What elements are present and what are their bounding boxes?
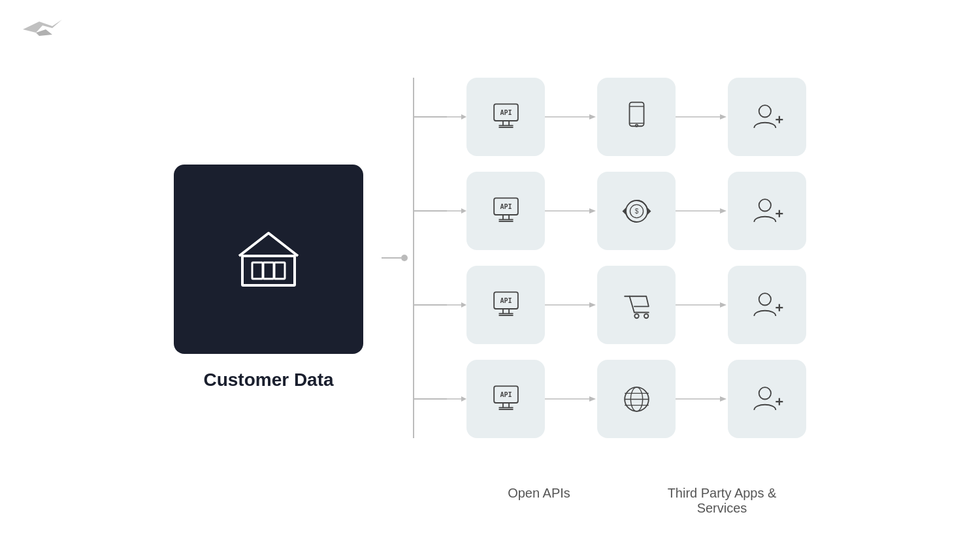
add-user-box-3 [728, 266, 806, 344]
svg-marker-32 [589, 208, 596, 214]
add-user-icon-4 [749, 381, 785, 417]
row-4: API [414, 360, 806, 438]
svg-rect-2 [263, 262, 274, 279]
row-3: API [414, 266, 806, 344]
svg-marker-24 [461, 208, 466, 214]
column-labels: Open APIs Third Party Apps & Services [0, 486, 980, 516]
add-user-box-2 [728, 172, 806, 250]
row-1: API [414, 78, 806, 156]
svg-text:API: API [500, 108, 512, 116]
svg-point-53 [634, 313, 638, 317]
branch-2 [414, 210, 447, 212]
svg-text:API: API [500, 296, 512, 304]
money-box: $ [597, 172, 676, 250]
add-user-box-4 [728, 360, 806, 438]
svg-marker-69 [589, 396, 596, 402]
svg-marker-52 [589, 302, 596, 308]
open-apis-label: Open APIs [474, 486, 604, 501]
svg-marker-37 [622, 208, 626, 215]
svg-rect-3 [274, 262, 285, 279]
add-user-icon-3 [749, 287, 785, 323]
svg-rect-14 [629, 102, 644, 126]
api-icon-3: API [488, 287, 524, 323]
svg-text:$: $ [634, 208, 638, 215]
svg-point-40 [759, 199, 770, 211]
cart-box [597, 266, 676, 344]
branch-4 [414, 398, 447, 400]
arrow-post-4 [676, 396, 728, 402]
svg-marker-56 [720, 302, 727, 308]
row-2: API [414, 172, 806, 250]
arrow-post-2 [676, 208, 728, 214]
branch-tree: API [413, 78, 806, 438]
svg-marker-36 [647, 208, 651, 215]
svg-point-57 [759, 293, 770, 305]
svg-point-20 [759, 105, 770, 117]
api-box-3: API [466, 266, 545, 344]
api-box-2: API [466, 172, 545, 250]
arrow-pre-1 [447, 114, 466, 120]
h-connector-left [382, 257, 401, 259]
api-icon-1: API [488, 99, 524, 135]
arrow-pre-3 [447, 302, 466, 308]
arrow-pre-2 [447, 208, 466, 214]
svg-text:API: API [500, 390, 512, 398]
diagram-container: Customer Data [39, 26, 941, 529]
arrow-post-1 [676, 114, 728, 120]
svg-marker-76 [720, 396, 727, 402]
globe-icon [619, 381, 655, 417]
mobile-icon [619, 99, 655, 135]
svg-marker-13 [589, 114, 596, 119]
bank-icon [223, 214, 314, 305]
svg-marker-39 [720, 208, 727, 214]
svg-text:API: API [500, 202, 512, 210]
svg-rect-1 [252, 262, 263, 279]
arrow-mid-4 [545, 396, 597, 402]
arrow-pre-4 [447, 396, 466, 402]
globe-box [597, 360, 676, 438]
svg-marker-44 [461, 302, 466, 308]
add-user-icon-2 [749, 193, 785, 229]
svg-point-77 [759, 387, 770, 399]
mobile-box-1 [597, 78, 676, 156]
branch-dot [401, 255, 408, 261]
svg-marker-19 [720, 114, 727, 119]
source-section: Customer Data [174, 165, 363, 390]
source-box [174, 165, 363, 354]
add-user-box-1 [728, 78, 806, 156]
customer-data-label: Customer Data [203, 370, 333, 390]
arrow-mid-3 [545, 302, 597, 308]
svg-marker-5 [461, 114, 466, 119]
api-icon-2: API [488, 193, 524, 229]
cart-icon [619, 287, 655, 323]
money-cycle-icon: $ [619, 193, 655, 229]
svg-point-54 [644, 313, 647, 317]
add-user-icon-1 [749, 99, 785, 135]
arrow-post-3 [676, 302, 728, 308]
third-party-label: Third Party Apps & Services [657, 486, 787, 516]
svg-marker-61 [461, 396, 466, 402]
api-box-4: API [466, 360, 545, 438]
arrow-mid-1 [545, 114, 597, 120]
branch-1 [414, 116, 447, 118]
arrow-mid-2 [545, 208, 597, 214]
api-box-1: API [466, 78, 545, 156]
svg-rect-0 [242, 256, 295, 285]
branch-3 [414, 304, 447, 306]
vertical-bar [413, 78, 414, 438]
api-icon-4: API [488, 381, 524, 417]
